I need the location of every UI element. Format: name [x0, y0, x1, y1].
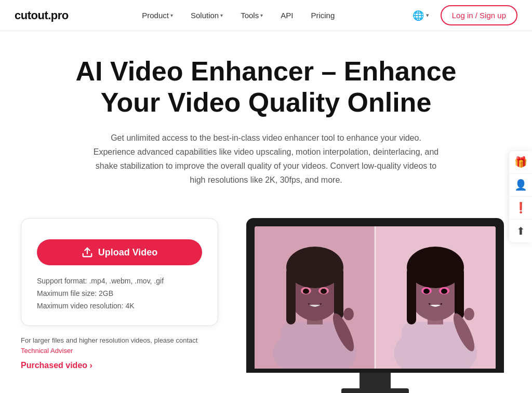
resolution-info: Maximum video resolution: 4K — [37, 302, 202, 310]
user-icon: 👤 — [514, 179, 527, 191]
hero-title: AI Video Enhancer – Enhance Your Video Q… — [53, 56, 479, 118]
translate-icon: 🌐 — [413, 10, 424, 21]
svg-point-25 — [423, 289, 430, 294]
svg-rect-22 — [455, 267, 464, 319]
upload-card: Upload Video Support format: .mp4, .webm… — [21, 218, 218, 326]
svg-point-14 — [343, 308, 354, 320]
gift-button[interactable]: 🎁 — [509, 151, 532, 174]
nav-item-solution[interactable]: Solution ▾ — [183, 7, 230, 24]
user-button[interactable]: 👤 — [509, 174, 532, 197]
right-panel — [239, 218, 511, 393]
video-after — [375, 226, 496, 369]
navbar-right: 🌐 ▾ Log in / Sign up — [408, 5, 517, 25]
upload-video-button[interactable]: Upload Video — [37, 239, 202, 265]
video-divider — [375, 226, 376, 369]
nav-item-pricing[interactable]: Pricing — [303, 7, 342, 24]
alert-icon: ❗ — [514, 201, 527, 214]
technical-adviser-link[interactable]: Technical Adviser — [21, 347, 73, 355]
nav-item-product[interactable]: Product ▾ — [135, 7, 180, 24]
main-content: Upload Video Support format: .mp4, .webm… — [0, 218, 532, 393]
monitor-screen — [250, 222, 500, 373]
login-signup-button[interactable]: Log in / Sign up — [441, 5, 517, 25]
svg-point-28 — [464, 308, 474, 320]
nav-item-tools[interactable]: Tools ▾ — [233, 7, 270, 24]
nav-item-api[interactable]: API — [273, 7, 300, 24]
nav-menu: Product ▾ Solution ▾ Tools ▾ API Pricing — [135, 7, 342, 24]
language-selector[interactable]: 🌐 ▾ — [408, 7, 433, 24]
monitor-stand-base — [341, 388, 409, 393]
upload-icon — [82, 247, 93, 258]
monitor-display — [246, 218, 504, 393]
upload-info: Support format: .mp4, .webm, .mov, .gif … — [37, 277, 202, 310]
left-panel: Upload Video Support format: .mp4, .webm… — [21, 218, 218, 370]
video-before — [255, 226, 375, 369]
svg-rect-8 — [334, 267, 343, 319]
purchased-video-link[interactable]: Purchased video › — [21, 361, 218, 370]
chevron-down-icon: ▾ — [260, 12, 263, 18]
svg-rect-21 — [407, 267, 416, 324]
contact-area: For larger files and higher resolution v… — [21, 328, 218, 356]
svg-point-26 — [441, 289, 447, 294]
chevron-down-icon: ▾ — [220, 12, 223, 18]
svg-point-12 — [321, 289, 327, 294]
navbar: cutout.pro Product ▾ Solution ▾ Tools ▾ … — [0, 0, 532, 31]
contact-text: For larger files and higher resolution v… — [21, 335, 218, 356]
svg-point-11 — [303, 289, 309, 294]
size-info: Maximum file size: 2GB — [37, 289, 202, 297]
gift-icon: 🎁 — [514, 156, 527, 168]
brand-logo[interactable]: cutout.pro — [15, 9, 69, 22]
hero-section: AI Video Enhancer – Enhance Your Video Q… — [0, 31, 532, 218]
upload-sidebar-icon: ⬆ — [516, 225, 525, 237]
upload-sidebar-button[interactable]: ⬆ — [509, 220, 532, 242]
chevron-down-icon: ▾ — [170, 12, 173, 18]
person-after-svg — [375, 226, 496, 369]
format-info: Support format: .mp4, .webm, .mov, .gif — [37, 277, 202, 285]
hero-subtitle: Get unlimited access to the best-in-clas… — [89, 131, 443, 187]
alert-button[interactable]: ❗ — [509, 197, 532, 220]
person-before-svg — [255, 226, 375, 369]
monitor-stand-neck — [360, 373, 391, 388]
chevron-down-icon: ▾ — [426, 12, 429, 19]
floating-sidebar: 🎁 👤 ❗ ⬆ — [509, 151, 532, 242]
monitor-frame — [246, 218, 504, 373]
svg-rect-7 — [286, 267, 296, 324]
